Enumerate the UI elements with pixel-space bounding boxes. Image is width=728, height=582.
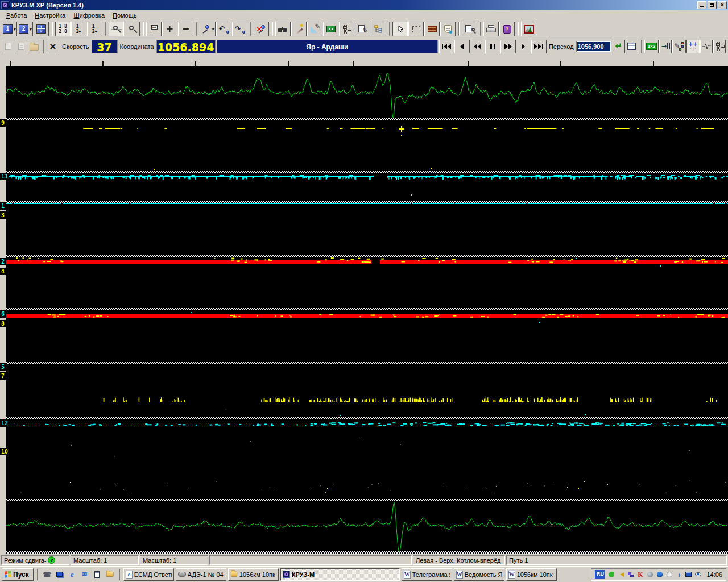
network-icon[interactable] [626,570,635,579]
goto-marks-button[interactable]: → [659,40,672,53]
step-back-button[interactable] [454,40,470,53]
taskbar-task-круз-м[interactable]: КРУЗ-М [280,568,400,581]
play-forward-button[interactable] [500,40,516,53]
object-tree-button[interactable] [371,22,386,36]
close-file-button[interactable]: × [47,40,59,53]
auto-detect-button[interactable]: * [291,22,307,36]
status-scale-1: Масштаб: 1 [71,555,139,565]
antivirus-icon[interactable] [607,570,615,579]
open-file-button[interactable] [28,40,40,53]
menu-bar: Работа Настройка Шифровка Помощь [0,10,728,20]
select-region-button[interactable] [408,22,424,36]
help-book-button[interactable]: ? [499,22,515,36]
marker-next-button[interactable]: ↷ [232,22,247,36]
view-pane-2-button[interactable]: 2▾ [18,22,33,36]
marker-delete-button[interactable]: × [254,22,269,36]
search-folder-icon[interactable] [105,569,115,580]
toolbar-separator [250,22,251,36]
speed-value: 37 [92,40,118,53]
measure-button[interactable]: ✎ [307,22,322,36]
computers-icon[interactable] [55,569,65,580]
internet-explorer-icon[interactable]: e [67,569,77,580]
audio-info-icon[interactable]: i [675,570,683,579]
marker-set-button[interactable]: ▾ [200,22,216,36]
print-button[interactable] [483,22,499,36]
taskbar-task-1056км-10пк-н-[interactable]: 1056км 10пк н... [228,568,279,581]
taskbar-task-адэ-1-045-[interactable]: АДЭ-1 № 045 ... [176,568,226,581]
close-button[interactable]: × [718,1,727,9]
waveform-canvas[interactable] [0,55,728,554]
single-pulse-button[interactable] [700,40,713,53]
restore-button[interactable] [708,1,717,9]
align-traces-button[interactable]: ++-|- [686,40,700,53]
colors-button[interactable]: ✎ [672,40,686,53]
scheduler-icon[interactable] [665,570,673,579]
app-window: КРУЗ-М ХР (Версия 1.4) × Работа Настройк… [0,0,728,582]
minimize-icon [700,6,704,7]
display-icon[interactable] [684,570,693,579]
levels-button[interactable] [713,40,726,53]
report-file-button[interactable] [15,40,27,53]
coordinate-value: 1056.894 [156,40,216,53]
channel-label-3: 3 [0,211,6,219]
table-view-button[interactable] [626,40,638,53]
view-pane-1-button[interactable]: 1▾ [2,22,17,36]
marker-prev-button[interactable]: ↶ [216,22,231,36]
km-mark-button[interactable]: км [146,22,162,36]
print-preview-button[interactable] [462,22,477,36]
play-back-button[interactable] [470,40,485,53]
toolbar-separator [105,22,106,36]
zoom-loupe-button[interactable] [125,22,140,36]
taskbar-task-телеграмма-я-[interactable]: WТелеграмма Я... [402,568,452,581]
apply-goto-button[interactable]: ↵ [613,40,625,53]
messenger-icon[interactable] [655,570,664,579]
menu-item-pomosch[interactable]: Помощь [109,11,141,20]
hardware-button[interactable] [323,22,338,36]
chevron-down-icon: ▾ [13,27,15,32]
menu-item-shifrovka[interactable]: Шифровка [69,11,109,20]
taskbar-task-ведомость-яр-[interactable]: WВедомость Яр... [454,568,504,581]
menu-item-rabota[interactable]: Работа [2,11,31,20]
minimize-button[interactable] [697,1,706,9]
globe-icon[interactable] [646,570,654,579]
taskbar-task-есмд-ответы-[interactable]: eЕСМД Ответы... [123,568,174,581]
scale-minus-button[interactable]: − [178,22,193,36]
document-icon[interactable] [92,569,102,580]
channel-gains-button[interactable] [339,22,354,36]
title-bar: КРУЗ-М ХР (Версия 1.4) × [0,0,728,10]
toolbar-separator [52,22,53,36]
thread-1-button[interactable]: 12← [71,22,86,36]
image-view-button[interactable] [521,22,536,36]
eye-icon[interactable] [694,570,702,579]
goto-input[interactable] [577,42,610,51]
view-pane-split-button[interactable]: 12 [34,22,49,36]
scale-x2-button[interactable]: 1×2 [644,40,659,53]
taskbar: Пуск ☎e✉ eЕСМД Ответы...АДЭ-1 № 045 ...1… [0,566,728,582]
search-button[interactable] [275,22,291,36]
toolbar-separator [196,22,197,36]
select-cursor-button[interactable] [392,22,408,36]
mail-icon[interactable]: ✉ [80,569,90,580]
channel-label-11: 11 [0,173,9,180]
phone-icon[interactable]: ☎ [42,569,52,580]
new-file-button[interactable] [2,40,14,53]
kaspersky-icon[interactable]: K [636,570,644,579]
threads-both-button[interactable]: 1 82 8 [55,22,71,36]
toolbar-separator [518,22,519,36]
scale-plus-button[interactable]: + [162,22,177,36]
volume-icon[interactable] [617,570,625,579]
notes-button[interactable] [440,22,456,36]
go-start-button[interactable] [439,40,454,53]
language-indicator[interactable]: RU [595,570,605,579]
menu-item-nastroyka[interactable]: Настройка [31,11,69,20]
taskbar-task-1056км-10пк-1-[interactable]: W1056км 10пк 1... [506,568,557,581]
channel-label-7: 7 [0,372,6,380]
pause-button[interactable] [485,40,500,53]
thread-2-button[interactable]: 12→ [87,22,102,36]
protocol-button[interactable]: ✎ [355,22,370,36]
track-section-button[interactable] [424,22,440,36]
start-button[interactable]: Пуск [2,568,34,581]
go-end-button[interactable] [531,40,547,53]
step-forward-button[interactable] [516,40,531,53]
zoom-trace-button[interactable] [109,22,124,36]
